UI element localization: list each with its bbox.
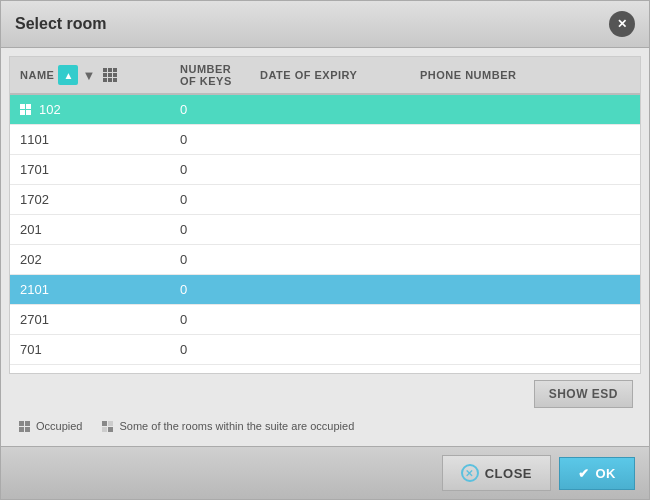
col-extra	[540, 69, 640, 81]
cell-expiry	[250, 346, 410, 354]
table-row[interactable]: 702 0	[10, 365, 640, 373]
cell-expiry	[250, 136, 410, 144]
show-esd-button[interactable]: SHOW ESD	[534, 380, 633, 408]
cell-name: 2701	[10, 308, 170, 331]
close-button[interactable]: ✕ CLOSE	[442, 455, 551, 491]
cell-keys: 0	[170, 248, 250, 271]
cell-extra	[540, 136, 640, 144]
legend-partial: Some of the rooms within the suite are o…	[102, 420, 354, 432]
ok-label: OK	[596, 466, 617, 481]
table-row[interactable]: 102 0	[10, 95, 640, 125]
table-row[interactable]: 1101 0	[10, 125, 640, 155]
cell-phone	[410, 256, 540, 264]
cell-extra	[540, 106, 640, 114]
cell-keys: 0	[170, 158, 250, 181]
cell-keys: 0	[170, 308, 250, 331]
table-body: 102 0 1101 0 1701	[10, 95, 640, 373]
ok-button[interactable]: ✔ OK	[559, 457, 635, 490]
col-keys: NUMBER OF KEYS	[170, 57, 250, 93]
content-area: NAME ▲ ▼ NUMBER OF KEYS DATE OF EXPIRY P…	[1, 48, 649, 446]
cell-expiry	[250, 286, 410, 294]
close-x-button[interactable]	[609, 11, 635, 37]
room-table: NAME ▲ ▼ NUMBER OF KEYS DATE OF EXPIRY P…	[9, 56, 641, 374]
bottom-bar: ✕ CLOSE ✔ OK	[1, 446, 649, 499]
cell-keys: 0	[170, 188, 250, 211]
cell-phone	[410, 316, 540, 324]
cell-name: 1101	[10, 128, 170, 151]
table-row[interactable]: 2701 0	[10, 305, 640, 335]
cell-expiry	[250, 196, 410, 204]
cell-keys: 0	[170, 368, 250, 373]
col-name-label: NAME	[20, 69, 54, 81]
column-settings-icon[interactable]	[100, 65, 120, 85]
cell-expiry	[250, 256, 410, 264]
legend-occupied-label: Occupied	[36, 420, 82, 432]
cell-phone	[410, 286, 540, 294]
cell-keys: 0	[170, 128, 250, 151]
cell-keys: 0	[170, 98, 250, 121]
cell-name: 701	[10, 338, 170, 361]
cell-extra	[540, 256, 640, 264]
sort-ascending-button[interactable]: ▲	[58, 65, 78, 85]
cell-phone	[410, 196, 540, 204]
table-row[interactable]: 2101 0	[10, 275, 640, 305]
cell-name: 201	[10, 218, 170, 241]
cell-name: 102	[10, 98, 170, 121]
cell-name: 2101	[10, 278, 170, 301]
table-row[interactable]: 202 0	[10, 245, 640, 275]
cell-extra	[540, 346, 640, 354]
table-row[interactable]: 1702 0	[10, 185, 640, 215]
close-circle-icon: ✕	[461, 464, 479, 482]
cell-expiry	[250, 316, 410, 324]
cell-keys: 0	[170, 278, 250, 301]
cell-keys: 0	[170, 338, 250, 361]
legend-partial-label: Some of the rooms within the suite are o…	[119, 420, 354, 432]
cell-extra	[540, 316, 640, 324]
col-name: NAME ▲ ▼	[10, 59, 170, 91]
cell-extra	[540, 226, 640, 234]
col-phone: PHONE NUMBER	[410, 63, 540, 87]
cell-name: 1701	[10, 158, 170, 181]
cell-expiry	[250, 226, 410, 234]
cell-expiry	[250, 166, 410, 174]
cell-phone	[410, 346, 540, 354]
col-expiry: DATE OF EXPIRY	[250, 63, 410, 87]
cell-phone	[410, 226, 540, 234]
cell-keys: 0	[170, 218, 250, 241]
cell-phone	[410, 166, 540, 174]
close-label: CLOSE	[485, 466, 532, 481]
select-room-dialog: Select room NAME ▲ ▼	[0, 0, 650, 500]
legend-bar: Occupied Some of the rooms within the su…	[9, 414, 641, 438]
legend-occupied: Occupied	[19, 420, 82, 432]
table-row[interactable]: 201 0	[10, 215, 640, 245]
title-bar: Select room	[1, 1, 649, 48]
filter-icon[interactable]: ▼	[82, 68, 95, 83]
cell-extra	[540, 196, 640, 204]
cell-expiry	[250, 106, 410, 114]
ok-check-icon: ✔	[578, 466, 590, 481]
dialog-title: Select room	[15, 15, 107, 33]
cell-phone	[410, 106, 540, 114]
cell-name: 702	[10, 368, 170, 373]
table-row[interactable]: 701 0	[10, 335, 640, 365]
cell-extra	[540, 166, 640, 174]
cell-extra	[540, 286, 640, 294]
show-esd-bar: SHOW ESD	[9, 374, 641, 414]
cell-phone	[410, 136, 540, 144]
table-row[interactable]: 1701 0	[10, 155, 640, 185]
cell-name: 202	[10, 248, 170, 271]
table-header: NAME ▲ ▼ NUMBER OF KEYS DATE OF EXPIRY P…	[10, 57, 640, 95]
cell-name: 1702	[10, 188, 170, 211]
